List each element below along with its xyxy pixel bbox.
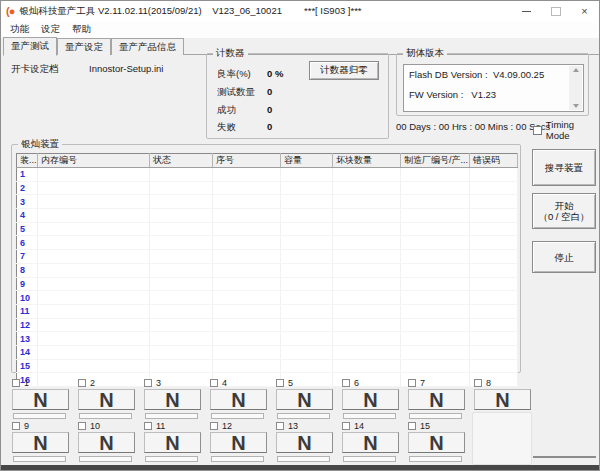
device-cell bbox=[150, 277, 213, 291]
firmware-group: 韧体版本 Flash DB Version : V4.09.00.25 FW V… bbox=[396, 53, 589, 116]
slot-checkbox[interactable] bbox=[342, 379, 350, 387]
slot-progressbar bbox=[79, 456, 132, 462]
device-row[interactable]: 2 bbox=[17, 181, 518, 195]
maximize-icon bbox=[551, 7, 561, 16]
slot-status: N bbox=[78, 432, 135, 453]
slot-progressbar bbox=[211, 456, 264, 462]
timing-mode-checkbox[interactable] bbox=[533, 126, 542, 135]
scroll-up-icon[interactable] bbox=[573, 68, 579, 72]
device-cell bbox=[333, 250, 401, 264]
maximize-button[interactable] bbox=[541, 1, 570, 21]
col-bad-blocks[interactable]: 坏块数量 bbox=[333, 154, 401, 168]
minimize-icon bbox=[522, 11, 531, 12]
device-row[interactable]: 3 bbox=[17, 195, 518, 209]
slot-checkbox[interactable] bbox=[78, 422, 86, 430]
success-value: 0 bbox=[267, 104, 272, 117]
col-memory-id[interactable]: 内存编号 bbox=[38, 154, 150, 168]
device-cell bbox=[281, 263, 333, 277]
tested-label: 测试数量 bbox=[217, 86, 267, 99]
device-cell bbox=[213, 250, 281, 264]
stop-button[interactable]: 停止 bbox=[532, 241, 596, 273]
device-row[interactable]: 10 bbox=[17, 291, 518, 305]
slot-progressbar bbox=[145, 456, 198, 462]
slot-checkbox[interactable] bbox=[408, 422, 416, 430]
slot-checkbox[interactable] bbox=[474, 379, 482, 387]
tab-product-info[interactable]: 量产产品信息 bbox=[111, 38, 184, 55]
slot-number: 3 bbox=[156, 378, 161, 388]
slot-checkbox[interactable] bbox=[342, 422, 350, 430]
col-status[interactable]: 状态 bbox=[150, 154, 213, 168]
slot-checkbox[interactable] bbox=[210, 422, 218, 430]
col-serial[interactable]: 序号 bbox=[213, 154, 281, 168]
slot-checkbox[interactable] bbox=[276, 422, 284, 430]
device-cell bbox=[333, 236, 401, 250]
device-row[interactable]: 9 bbox=[17, 277, 518, 291]
slot-progressbar bbox=[409, 413, 462, 419]
search-devices-button[interactable]: 搜寻装置 bbox=[532, 149, 596, 186]
scroll-down-icon[interactable] bbox=[573, 104, 579, 108]
device-row[interactable]: 14 bbox=[17, 345, 518, 359]
menu-item-help[interactable]: 帮助 bbox=[66, 22, 97, 37]
slot-checkbox[interactable] bbox=[144, 379, 152, 387]
device-row[interactable]: 11 bbox=[17, 304, 518, 318]
slot-status: N bbox=[210, 389, 267, 410]
slot-progressbar bbox=[79, 413, 132, 419]
slot-status: N bbox=[408, 432, 465, 453]
device-row[interactable]: 12 bbox=[17, 318, 518, 332]
device-cell bbox=[213, 209, 281, 223]
menu-item-function[interactable]: 功能 bbox=[4, 22, 35, 37]
slot-checkbox[interactable] bbox=[210, 379, 218, 387]
slot-progressbar bbox=[343, 413, 396, 419]
device-row[interactable]: 13 bbox=[17, 332, 518, 346]
slot-checkbox[interactable] bbox=[276, 379, 284, 387]
device-cell bbox=[470, 195, 518, 209]
device-cell bbox=[213, 181, 281, 195]
col-capacity[interactable]: 容量 bbox=[281, 154, 333, 168]
counter-reset-button[interactable]: 计数器归零 bbox=[309, 61, 379, 80]
timing-mode: Timing Mode bbox=[533, 119, 599, 141]
device-cell bbox=[213, 332, 281, 346]
slot-status: N bbox=[474, 389, 531, 410]
device-row[interactable]: 1 bbox=[17, 168, 518, 182]
device-cell bbox=[470, 332, 518, 346]
slot-status: N bbox=[342, 389, 399, 410]
slot-checkbox[interactable] bbox=[12, 379, 20, 387]
slot-checkbox[interactable] bbox=[144, 422, 152, 430]
device-cell bbox=[150, 209, 213, 223]
slot-status: N bbox=[12, 389, 69, 410]
col-slot[interactable]: 装... bbox=[17, 154, 38, 168]
device-cell bbox=[401, 222, 470, 236]
device-cell bbox=[333, 359, 401, 373]
device-row[interactable]: 8 bbox=[17, 263, 518, 277]
device-cell bbox=[150, 236, 213, 250]
slot-status: N bbox=[144, 389, 201, 410]
slot-checkbox[interactable] bbox=[408, 379, 416, 387]
device-cell bbox=[470, 291, 518, 305]
slot-checkbox[interactable] bbox=[78, 379, 86, 387]
col-error-code[interactable]: 错误码 bbox=[470, 154, 518, 168]
minimize-button[interactable] bbox=[512, 1, 541, 21]
firmware-scrollbar[interactable] bbox=[569, 66, 582, 110]
device-row[interactable]: 7 bbox=[17, 250, 518, 264]
slot-number: 7 bbox=[420, 378, 425, 388]
slot-number: 1 bbox=[24, 378, 29, 388]
slot-cell-9: 9 N bbox=[12, 421, 69, 462]
device-row[interactable]: 6 bbox=[17, 236, 518, 250]
device-row[interactable]: 4 bbox=[17, 209, 518, 223]
device-cell bbox=[333, 304, 401, 318]
tab-production-settings[interactable]: 量产设定 bbox=[57, 38, 111, 55]
device-cell: 4 bbox=[17, 209, 38, 223]
close-button[interactable]: × bbox=[570, 1, 599, 21]
device-cell bbox=[281, 181, 333, 195]
slot-number: 4 bbox=[222, 378, 227, 388]
slot-checkbox[interactable] bbox=[12, 422, 20, 430]
device-cell bbox=[150, 168, 213, 182]
tab-production-test[interactable]: 量产测试 bbox=[3, 37, 57, 56]
device-row[interactable]: 5 bbox=[17, 222, 518, 236]
device-cell bbox=[38, 332, 150, 346]
device-row[interactable]: 15 bbox=[17, 359, 518, 373]
menu-item-settings[interactable]: 设定 bbox=[35, 22, 66, 37]
col-vendor-id[interactable]: 制造厂编号/产... bbox=[401, 154, 470, 168]
start-button[interactable]: 开始 （0 / 空白） bbox=[532, 193, 596, 229]
slot-number: 12 bbox=[222, 421, 232, 431]
